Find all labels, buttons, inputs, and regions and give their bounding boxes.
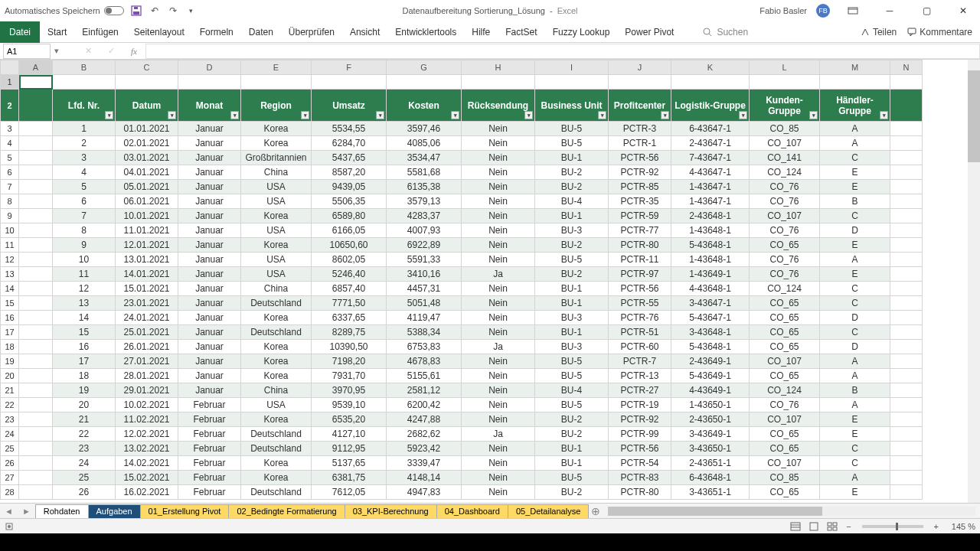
cell-M1[interactable] <box>820 75 890 90</box>
data-cell[interactable]: Nein <box>462 369 535 383</box>
data-cell[interactable]: 5-43647-1 <box>671 311 750 325</box>
data-cell[interactable]: 21 <box>53 412 116 427</box>
data-cell[interactable]: PCTR-83 <box>609 471 671 485</box>
cell-J1[interactable] <box>609 75 671 90</box>
data-cell[interactable]: Korea <box>241 122 312 136</box>
zoom-slider[interactable] <box>862 525 923 528</box>
row-header-6[interactable]: 6 <box>1 165 19 180</box>
fx-icon[interactable]: fx <box>127 44 141 58</box>
data-cell[interactable]: 6857,40 <box>312 282 387 296</box>
ribbon-tab-power pivot[interactable]: Power Pivot <box>617 21 681 43</box>
row-header-23[interactable]: 23 <box>1 412 19 427</box>
data-cell[interactable]: 7612,05 <box>312 485 387 500</box>
data-cell[interactable]: BU-3 <box>535 311 609 325</box>
data-cell[interactable]: PCTR-56 <box>609 442 671 456</box>
ribbon-tab-überprüfen[interactable]: Überprüfen <box>281 21 342 43</box>
data-cell[interactable]: E <box>820 180 890 194</box>
data-cell[interactable]: Deutschland <box>241 325 312 340</box>
table-header-0[interactable]: Lfd. Nr.▾ <box>53 90 116 122</box>
cell-N1[interactable] <box>890 75 923 90</box>
data-cell[interactable]: Januar <box>178 311 241 325</box>
data-cell[interactable]: 25 <box>53 471 116 485</box>
data-cell[interactable]: PCTR-11 <box>609 253 671 267</box>
data-cell[interactable]: 5246,40 <box>312 267 387 282</box>
data-cell[interactable]: BU-2 <box>535 427 609 442</box>
table-header-2[interactable]: Monat▾ <box>178 90 241 122</box>
zoom-out-button[interactable]: − <box>843 522 854 531</box>
col-header-F[interactable]: F <box>312 60 387 75</box>
data-cell[interactable]: 5388,34 <box>387 325 462 340</box>
data-cell[interactable]: 7931,70 <box>312 369 387 383</box>
data-cell[interactable]: CO_65 <box>750 340 820 354</box>
table-header-6[interactable]: Rücksendung▾ <box>462 90 535 122</box>
table-header-10[interactable]: Kunden-Gruppe▾ <box>750 90 820 122</box>
data-cell[interactable]: CO_85 <box>750 471 820 485</box>
data-cell[interactable]: 15.01.2021 <box>116 282 178 296</box>
filter-icon[interactable]: ▾ <box>598 111 606 119</box>
col-header-K[interactable]: K <box>671 60 750 75</box>
col-header-C[interactable]: C <box>116 60 178 75</box>
data-cell[interactable]: 3597,46 <box>387 122 462 136</box>
sheet-tab-04-dashboard[interactable]: 04_Dashboard <box>436 504 508 518</box>
col-header-N[interactable]: N <box>890 60 923 75</box>
data-cell[interactable]: 2-43650-1 <box>671 412 750 427</box>
data-cell[interactable]: 16 <box>53 340 116 354</box>
data-cell[interactable]: BU-2 <box>535 412 609 427</box>
ribbon-tab-entwicklertools[interactable]: Entwicklertools <box>387 21 464 43</box>
data-cell[interactable]: 8289,75 <box>312 325 387 340</box>
data-cell[interactable]: Januar <box>178 282 241 296</box>
row-header-2[interactable]: 2 <box>1 90 19 122</box>
data-cell[interactable]: 5051,48 <box>387 296 462 311</box>
ribbon-tab-factset[interactable]: FactSet <box>498 21 544 43</box>
row-header-26[interactable]: 26 <box>1 456 19 471</box>
row-header-16[interactable]: 16 <box>1 311 19 325</box>
qat-customize-icon[interactable]: ▾ <box>185 5 198 17</box>
data-cell[interactable]: 1-43647-1 <box>671 180 750 194</box>
ribbon-tab-start[interactable]: Start <box>40 21 74 43</box>
maximize-icon[interactable]: ▢ <box>913 0 940 21</box>
data-cell[interactable]: 6-43648-1 <box>671 471 750 485</box>
row-header-15[interactable]: 15 <box>1 296 19 311</box>
data-cell[interactable]: Deutschland <box>241 296 312 311</box>
page-break-view-icon[interactable] <box>825 520 840 533</box>
data-cell[interactable]: Januar <box>178 194 241 209</box>
filter-icon[interactable]: ▾ <box>230 111 239 119</box>
data-cell[interactable]: PCTR-97 <box>609 267 671 282</box>
data-cell[interactable]: 2 <box>53 136 116 151</box>
data-cell[interactable]: 2-43648-1 <box>671 209 750 223</box>
data-cell[interactable]: 2581,12 <box>387 383 462 398</box>
data-cell[interactable]: CO_107 <box>750 412 820 427</box>
name-box[interactable]: A1 <box>3 44 51 59</box>
data-cell[interactable]: PCTR-99 <box>609 427 671 442</box>
undo-icon[interactable]: ↶ <box>149 5 161 17</box>
data-cell[interactable]: B <box>820 383 890 398</box>
formula-bar[interactable] <box>145 44 980 59</box>
data-cell[interactable]: Februar <box>178 442 241 456</box>
table-header-11[interactable]: Händler-Gruppe▾ <box>820 90 890 122</box>
data-cell[interactable]: 4-43648-1 <box>671 282 750 296</box>
data-cell[interactable]: CO_76 <box>750 223 820 238</box>
cancel-formula-icon[interactable]: ✕ <box>81 44 95 58</box>
data-cell[interactable]: Januar <box>178 253 241 267</box>
data-cell[interactable]: 6200,42 <box>387 398 462 412</box>
row-header-5[interactable]: 5 <box>1 151 19 165</box>
close-icon[interactable]: ✕ <box>949 0 977 21</box>
data-cell[interactable]: Januar <box>178 354 241 369</box>
data-cell[interactable]: Korea <box>241 209 312 223</box>
data-cell[interactable]: CO_65 <box>750 238 820 253</box>
data-cell[interactable]: A <box>820 369 890 383</box>
row-header-28[interactable]: 28 <box>1 485 19 500</box>
data-cell[interactable]: Nein <box>462 325 535 340</box>
data-cell[interactable]: E <box>820 165 890 180</box>
data-cell[interactable]: 8 <box>53 223 116 238</box>
data-cell[interactable]: BU-1 <box>535 442 609 456</box>
filter-icon[interactable]: ▾ <box>451 111 459 119</box>
data-cell[interactable]: E <box>820 427 890 442</box>
ribbon-tab-hilfe[interactable]: Hilfe <box>464 21 498 43</box>
filter-icon[interactable]: ▾ <box>661 111 669 119</box>
data-cell[interactable]: Januar <box>178 369 241 383</box>
data-cell[interactable]: CO_65 <box>750 369 820 383</box>
data-cell[interactable]: Nein <box>462 238 535 253</box>
row-header-14[interactable]: 14 <box>1 282 19 296</box>
data-cell[interactable]: 25.01.2021 <box>116 325 178 340</box>
